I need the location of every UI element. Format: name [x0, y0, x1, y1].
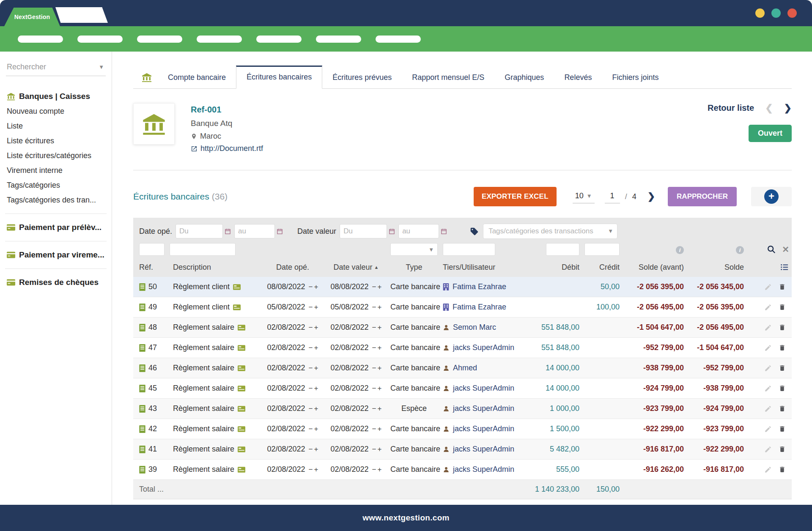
row-tiers-name[interactable]: jacks SuperAdmin: [453, 343, 514, 352]
row-tiers-name[interactable]: Semon Marc: [453, 323, 496, 332]
page-number-input[interactable]: [605, 190, 620, 203]
status-ouvert-button[interactable]: Ouvert: [749, 125, 792, 142]
row-tiers-name[interactable]: Fatima Ezahrae: [453, 303, 506, 312]
calendar-icon[interactable]: [277, 228, 283, 235]
ref-filter-input[interactable]: [139, 243, 165, 256]
date-plus-stepper[interactable]: +: [314, 465, 318, 474]
edit-pencil-icon[interactable]: [764, 364, 772, 372]
type-filter-select[interactable]: ▼: [390, 243, 438, 256]
date-plus-stepper[interactable]: +: [378, 425, 382, 433]
row-tiers-name[interactable]: Ahmed: [453, 364, 477, 372]
trash-icon[interactable]: [779, 405, 786, 413]
table-row[interactable]: 49 Règlement client 05/08/2022 −+ 05/08/…: [133, 297, 792, 318]
close-button[interactable]: [787, 8, 797, 18]
search-input[interactable]: [7, 63, 91, 71]
date-minus-stepper[interactable]: −: [309, 405, 313, 413]
tab[interactable]: Compte bancaire: [158, 66, 236, 89]
date-minus-stepper[interactable]: −: [309, 465, 313, 474]
date-valeur-to-input[interactable]: [398, 224, 439, 238]
table-row[interactable]: 43 Règlement salaire 02/08/2022 −+ 02/08…: [133, 399, 792, 419]
sidebar-item[interactable]: Virement interne: [6, 163, 106, 178]
list-view-icon[interactable]: [780, 263, 789, 272]
tiers-filter-input[interactable]: [443, 243, 495, 256]
previous-record-icon[interactable]: ❮: [765, 104, 773, 113]
brand-tab[interactable]: NextGestion: [4, 8, 60, 26]
trash-icon[interactable]: [779, 303, 786, 311]
date-plus-stepper[interactable]: +: [378, 283, 382, 291]
trash-icon[interactable]: [779, 384, 786, 392]
date-plus-stepper[interactable]: +: [314, 384, 318, 392]
nav-menu-placeholder[interactable]: [256, 36, 302, 43]
date-minus-stepper[interactable]: −: [309, 425, 313, 433]
col-header-description[interactable]: Description: [167, 263, 261, 272]
date-plus-stepper[interactable]: +: [378, 384, 382, 392]
col-header-type[interactable]: Type: [388, 263, 440, 272]
tab[interactable]: Écritures bancaires: [236, 66, 322, 89]
date-minus-stepper[interactable]: −: [309, 384, 313, 392]
table-row[interactable]: 45 Règlement salaire 02/08/2022 −+ 02/08…: [133, 378, 792, 399]
date-minus-stepper[interactable]: −: [372, 303, 376, 311]
maximize-button[interactable]: [771, 8, 781, 18]
sidebar-item[interactable]: Tags/catégories: [6, 178, 106, 193]
sidebar-section-header[interactable]: Remises de chèques: [6, 275, 106, 290]
add-entry-button[interactable]: +: [751, 187, 792, 206]
calendar-icon[interactable]: [389, 228, 395, 235]
trash-icon[interactable]: [779, 425, 786, 433]
secondary-tab[interactable]: [55, 7, 108, 23]
row-tiers-name[interactable]: jacks SuperAdmin: [453, 424, 514, 433]
edit-pencil-icon[interactable]: [764, 344, 772, 352]
date-plus-stepper[interactable]: +: [314, 283, 318, 291]
sidebar-section-header[interactable]: Paiement par prélèv...: [6, 220, 106, 235]
date-plus-stepper[interactable]: +: [378, 465, 382, 474]
row-tiers-name[interactable]: jacks SuperAdmin: [453, 445, 514, 454]
date-valeur-from-input[interactable]: [340, 224, 387, 238]
description-filter-input[interactable]: [170, 243, 236, 256]
account-ref[interactable]: Ref-001: [191, 105, 263, 115]
table-row[interactable]: 47 Règlement salaire 02/08/2022 −+ 02/08…: [133, 338, 792, 358]
table-row[interactable]: 41 Règlement salaire 02/08/2022 −+ 02/08…: [133, 439, 792, 460]
tab[interactable]: Relevés: [554, 66, 602, 89]
row-tiers-name[interactable]: jacks SuperAdmin: [453, 384, 514, 393]
footer-url[interactable]: www.nextgestion.com: [362, 513, 450, 523]
date-ope-to-input[interactable]: [234, 224, 275, 238]
date-plus-stepper[interactable]: +: [314, 445, 318, 453]
rapprocher-button[interactable]: RAPPROCHER: [668, 187, 737, 206]
page-size-select[interactable]: 10▼: [573, 190, 595, 203]
date-minus-stepper[interactable]: −: [372, 364, 376, 372]
edit-pencil-icon[interactable]: [764, 405, 772, 413]
search-icon[interactable]: [767, 245, 776, 254]
nav-menu-placeholder[interactable]: [376, 36, 421, 43]
edit-pencil-icon[interactable]: [764, 466, 772, 474]
sidebar-item[interactable]: Liste écritures/catégories: [6, 148, 106, 163]
close-icon[interactable]: ✕: [782, 244, 789, 255]
date-plus-stepper[interactable]: +: [314, 405, 318, 413]
export-excel-button[interactable]: EXPORTER EXCEL: [474, 187, 557, 206]
calendar-icon[interactable]: [441, 228, 447, 235]
edit-pencil-icon[interactable]: [764, 446, 772, 453]
date-ope-from-input[interactable]: [176, 224, 223, 238]
tab[interactable]: Rapport mensuel E/S: [402, 66, 494, 89]
info-icon[interactable]: i: [676, 246, 684, 254]
col-header-date-ope[interactable]: Date opé.: [261, 263, 324, 272]
date-plus-stepper[interactable]: +: [314, 303, 318, 311]
date-minus-stepper[interactable]: −: [372, 445, 376, 453]
date-minus-stepper[interactable]: −: [372, 465, 376, 474]
credit-filter-input[interactable]: [584, 243, 620, 256]
date-minus-stepper[interactable]: −: [309, 344, 313, 352]
date-minus-stepper[interactable]: −: [372, 425, 376, 433]
col-header-tiers[interactable]: Tiers/Utilisateur: [440, 263, 525, 272]
date-plus-stepper[interactable]: +: [314, 323, 318, 331]
row-tiers-name[interactable]: Fatima Ezahrae: [453, 282, 506, 291]
minimize-button[interactable]: [755, 8, 765, 18]
tags-filter-input[interactable]: [483, 224, 617, 239]
trash-icon[interactable]: [779, 445, 786, 453]
date-minus-stepper[interactable]: −: [372, 344, 376, 352]
trash-icon[interactable]: [779, 465, 786, 474]
calendar-icon[interactable]: [225, 228, 231, 235]
trash-icon[interactable]: [779, 364, 786, 372]
row-tiers-name[interactable]: jacks SuperAdmin: [453, 404, 514, 413]
sidebar-search[interactable]: ▼: [6, 60, 106, 76]
edit-pencil-icon[interactable]: [764, 385, 772, 392]
date-plus-stepper[interactable]: +: [378, 323, 382, 331]
date-plus-stepper[interactable]: +: [378, 364, 382, 372]
